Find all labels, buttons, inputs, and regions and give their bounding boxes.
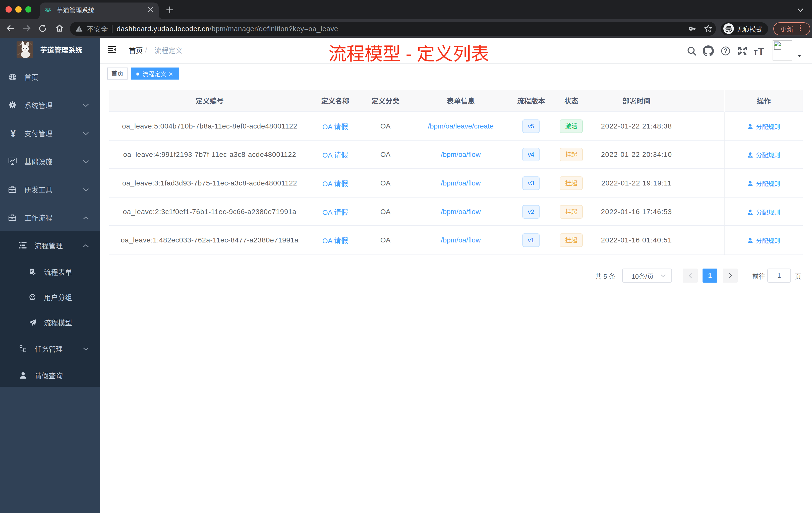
svg-text:T: T	[758, 47, 764, 56]
svg-text:?: ?	[724, 47, 727, 54]
svg-text:T: T	[754, 49, 757, 56]
